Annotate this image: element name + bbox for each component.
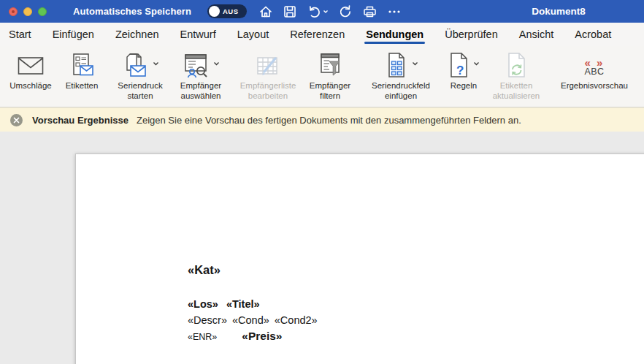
select-recipients-button[interactable]: Empfänger auswählen	[171, 48, 231, 107]
tab-layout[interactable]: Layout	[237, 24, 269, 45]
dismiss-infobar-button[interactable]	[10, 114, 23, 126]
document-area: «Kat» «Los»«Titel» «Descr»«Cond»«Cond2» …	[0, 132, 644, 364]
home-icon[interactable]	[258, 4, 273, 19]
chevron-down-icon	[153, 61, 159, 67]
edit-recipient-list-button: Empfängerliste bearbeiten	[231, 48, 305, 107]
redo-icon[interactable]	[338, 4, 353, 19]
envelope-icon	[18, 56, 44, 75]
merge-field-los[interactable]: «Los»	[188, 298, 218, 310]
merge-field-enr[interactable]: «ENR»	[188, 332, 217, 342]
minimize-button[interactable]	[23, 7, 32, 16]
ribbon-tabbar: Start Einfügen Zeichnen Entwurf Layout R…	[0, 23, 644, 46]
merge-field-block: «Kat» «Los»«Titel» «Descr»«Cond»«Cond2» …	[188, 263, 318, 345]
filter-recipients-button[interactable]: Empfänger filtern	[305, 48, 355, 107]
merge-field-descr[interactable]: «Descr»	[188, 314, 227, 326]
filter-recipients-icon	[317, 52, 343, 80]
merge-field-cond2[interactable]: «Cond2»	[275, 314, 318, 326]
infobar-message: Zeigen Sie eine Vorschau des fertigen Do…	[137, 115, 521, 126]
preview-results-button[interactable]: « » ABC Ergebnisvorschau	[552, 48, 637, 107]
save-icon[interactable]	[283, 4, 297, 19]
tab-entwurf[interactable]: Entwurf	[180, 24, 216, 45]
merge-field-titel[interactable]: «Titel»	[226, 298, 260, 310]
infobar-title: Vorschau Ergebnisse	[32, 115, 129, 126]
undo-icon[interactable]	[307, 4, 329, 19]
document-title: Dokument8	[511, 6, 606, 17]
merge-field-preis[interactable]: «Preis»	[242, 330, 282, 342]
merge-field-cond[interactable]: «Cond»	[232, 314, 269, 326]
start-mail-merge-button[interactable]: Seriendruck starten	[110, 48, 171, 107]
select-recipients-icon	[183, 52, 210, 80]
rules-button[interactable]: ? Regeln	[442, 48, 485, 107]
tab-referenzen[interactable]: Referenzen	[290, 24, 345, 45]
svg-text:?: ?	[456, 64, 464, 77]
insert-merge-field-button[interactable]: Seriendruckfeld einfügen	[359, 48, 442, 107]
tab-acrobat[interactable]: Acrobat	[575, 24, 611, 45]
tab-ansicht[interactable]: Ansicht	[519, 24, 554, 45]
titlebar: Automatisches Speichern AUS	[0, 0, 644, 23]
labels-button[interactable]: Etiketten	[58, 48, 105, 107]
start-mail-merge-icon	[122, 52, 150, 80]
tab-einfuegen[interactable]: Einfügen	[53, 24, 94, 45]
preview-results-icon: « » ABC	[584, 58, 604, 76]
tab-zeichnen[interactable]: Zeichnen	[115, 24, 159, 45]
labels-icon	[69, 53, 95, 79]
toggle-state-label: AUS	[223, 7, 239, 15]
autosave-toggle[interactable]: AUS	[207, 4, 247, 18]
update-labels-button: Etiketten aktualisieren	[485, 48, 548, 107]
close-icon	[13, 117, 20, 124]
preview-results-infobar: Vorschau Ergebnisse Zeigen Sie eine Vors…	[0, 107, 644, 132]
tab-ueberpruefen[interactable]: Überprüfen	[445, 24, 498, 45]
tab-sendungen[interactable]: Sendungen	[366, 24, 423, 45]
rules-icon: ?	[448, 52, 470, 80]
undo-chevron-icon	[323, 9, 329, 15]
chevron-down-icon	[473, 61, 480, 67]
traffic-lights	[9, 7, 47, 16]
toggle-knob	[209, 6, 220, 17]
close-button[interactable]	[9, 7, 18, 16]
tab-start[interactable]: Start	[9, 24, 31, 45]
ribbon: Umschläge Etiketten	[0, 46, 644, 107]
merge-field-kat[interactable]: «Kat»	[188, 263, 318, 277]
print-icon[interactable]	[362, 4, 377, 19]
envelopes-button[interactable]: Umschläge	[3, 48, 58, 107]
update-labels-icon	[505, 52, 528, 80]
edit-recipient-list-icon	[254, 52, 282, 80]
zoom-button[interactable]	[38, 7, 47, 16]
chevron-down-icon	[213, 61, 220, 67]
chevron-down-icon	[412, 61, 418, 67]
more-icon[interactable]	[387, 4, 402, 19]
insert-merge-field-icon	[384, 52, 409, 80]
word-window: Automatisches Speichern AUS	[0, 0, 644, 364]
autosave-label: Automatisches Speichern	[73, 6, 191, 17]
document-page[interactable]: «Kat» «Los»«Titel» «Descr»«Cond»«Cond2» …	[75, 153, 644, 364]
